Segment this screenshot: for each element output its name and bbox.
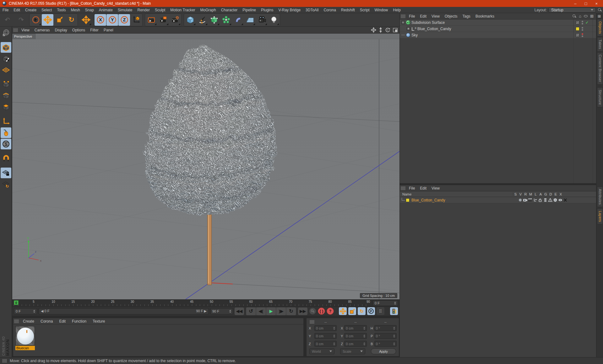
tab-attributes[interactable]: Attributes bbox=[597, 186, 603, 207]
tab-structure[interactable]: Structure bbox=[597, 87, 603, 107]
menu-corona[interactable]: Corona bbox=[321, 8, 338, 12]
om-menu-edit[interactable]: Edit bbox=[417, 14, 429, 19]
expander-icon[interactable]: + bbox=[407, 27, 410, 30]
material-name[interactable]: Bluecan bbox=[15, 346, 35, 350]
menu-create[interactable]: Create bbox=[23, 8, 39, 12]
lm-menu-view[interactable]: View bbox=[429, 186, 442, 190]
vp-menu-display[interactable]: Display bbox=[52, 28, 69, 32]
layer-color-chip[interactable] bbox=[406, 198, 410, 202]
menu-snap[interactable]: Snap bbox=[83, 8, 96, 12]
tab-takes[interactable]: Takes bbox=[597, 37, 603, 52]
layer-color-chip[interactable] bbox=[576, 33, 579, 37]
mm-menu-function[interactable]: Function bbox=[69, 319, 90, 324]
size-z-field[interactable]: 0 cm bbox=[344, 341, 367, 347]
minimize-button[interactable]: – bbox=[574, 1, 576, 6]
vp-menu-filter[interactable]: Filter bbox=[88, 28, 101, 32]
rotate-view-icon[interactable] bbox=[385, 28, 390, 32]
rotation-h-field[interactable]: 0 ° bbox=[374, 325, 397, 331]
cotton-candy-model[interactable] bbox=[143, 41, 281, 219]
play-button[interactable]: ▶ bbox=[266, 308, 276, 315]
om-eye-icon[interactable] bbox=[584, 15, 588, 17]
menu-motion-tracker[interactable]: Motion Tracker bbox=[168, 8, 198, 12]
play-backwards-button[interactable]: ↺ bbox=[246, 308, 256, 315]
render-to-picture-viewer-button[interactable] bbox=[157, 14, 169, 26]
om-menu-tags[interactable]: Tags bbox=[460, 14, 473, 19]
lock-y-axis-button[interactable]: Y bbox=[106, 14, 118, 26]
menu-select[interactable]: Select bbox=[39, 8, 54, 12]
light-button[interactable] bbox=[268, 14, 280, 26]
previous-key-button[interactable]: ◀( bbox=[256, 308, 266, 315]
mm-menu-create[interactable]: Create bbox=[20, 319, 37, 324]
lock-workplane-button[interactable] bbox=[1, 168, 11, 178]
menu-mograph[interactable]: MoGraph bbox=[198, 8, 219, 12]
om-menu-view[interactable]: View bbox=[429, 14, 442, 19]
coordinate-system-button[interactable] bbox=[130, 14, 142, 26]
model-mode-button[interactable] bbox=[1, 42, 11, 53]
coord-mode-dropdown[interactable]: Scale bbox=[340, 348, 365, 354]
points-mode-button[interactable] bbox=[1, 79, 11, 90]
texture-mode-button[interactable] bbox=[1, 53, 11, 64]
subdivision-surface-generator-button[interactable] bbox=[208, 14, 220, 26]
visibility-dots[interactable] bbox=[582, 33, 583, 37]
camera-label[interactable]: Perspective bbox=[12, 34, 35, 39]
frame-spinner[interactable] bbox=[394, 302, 396, 305]
timeline-track[interactable]: 0 5 10 15 20 25 30 35 40 45 50 55 60 65 … bbox=[14, 300, 370, 306]
view-toggle-icon[interactable] bbox=[523, 198, 528, 202]
lock-toggle-icon[interactable] bbox=[538, 198, 543, 202]
polygons-mode-button[interactable] bbox=[1, 102, 11, 112]
menu-simulate[interactable]: Simulate bbox=[115, 8, 135, 12]
menu-window[interactable]: Window bbox=[372, 8, 391, 12]
zoom-view-icon[interactable] bbox=[379, 28, 383, 32]
last-used-tool[interactable] bbox=[80, 14, 92, 26]
generators-toggle-icon[interactable] bbox=[548, 198, 553, 202]
rotation-b-field[interactable]: 0 ° bbox=[374, 341, 397, 347]
panel-grip[interactable] bbox=[401, 14, 405, 18]
menu-script[interactable]: Script bbox=[357, 8, 372, 12]
move-tool[interactable] bbox=[42, 14, 53, 26]
play-loop-button[interactable]: ↻ bbox=[286, 308, 296, 315]
visibility-dots[interactable] bbox=[582, 27, 583, 31]
om-add-panel-icon[interactable]: ⊞ bbox=[590, 14, 594, 19]
go-to-start-button[interactable]: ◀◀ bbox=[235, 308, 244, 315]
tab-content-browser[interactable]: Content Browser bbox=[597, 52, 603, 85]
layer-row-blue-cotton-candy[interactable]: Blue_Cotton_Candy bbox=[400, 197, 596, 203]
key-pla-toggle[interactable]: ⠿ bbox=[377, 307, 384, 315]
spline-pen-tool[interactable] bbox=[196, 14, 208, 26]
menu-animate[interactable]: Animate bbox=[96, 8, 115, 12]
panel-detach-icon[interactable]: ⊞ bbox=[598, 14, 601, 19]
redo-button[interactable]: ↷ bbox=[15, 14, 27, 26]
make-editable-button[interactable] bbox=[1, 28, 11, 38]
lm-menu-file[interactable]: File bbox=[406, 186, 417, 190]
current-frame-field[interactable]: 0 F bbox=[373, 300, 398, 306]
live-selection-tool[interactable] bbox=[30, 14, 41, 26]
menu-character[interactable]: Character bbox=[219, 8, 240, 12]
keyframe-selection-button[interactable] bbox=[390, 307, 398, 315]
toggle-view-layout-icon[interactable] bbox=[393, 28, 398, 32]
vp-menu-view[interactable]: View bbox=[19, 28, 32, 32]
material-item[interactable]: Bluecan bbox=[15, 326, 35, 350]
lock-x-axis-button[interactable]: X bbox=[95, 14, 106, 26]
rotation-p-field[interactable]: 0 ° bbox=[374, 333, 397, 339]
panel-grip[interactable] bbox=[14, 319, 19, 323]
menu-help[interactable]: Help bbox=[390, 8, 403, 12]
panel-grip[interactable] bbox=[310, 320, 314, 324]
tweak-mode-button[interactable] bbox=[1, 127, 11, 138]
pan-view-icon[interactable] bbox=[371, 28, 376, 32]
render-view-button[interactable] bbox=[145, 14, 157, 26]
key-scale-toggle[interactable] bbox=[348, 307, 356, 315]
menu-3dtoall[interactable]: 3DToAll bbox=[303, 8, 321, 12]
xref-toggle-icon[interactable] bbox=[563, 198, 568, 202]
om-menu-file[interactable]: File bbox=[406, 14, 417, 19]
next-key-button[interactable]: )▶ bbox=[276, 308, 286, 315]
rotate-tool[interactable]: ↻ bbox=[66, 14, 77, 26]
layout-dropdown[interactable]: Startup bbox=[549, 8, 596, 13]
lock-z-axis-button[interactable]: Z bbox=[118, 14, 130, 26]
menu-redshift[interactable]: Redshift bbox=[339, 8, 357, 12]
go-to-end-button[interactable]: ▶▶ bbox=[298, 308, 307, 315]
position-y-field[interactable]: 0 cm bbox=[314, 333, 337, 339]
tab-layers[interactable]: Layers bbox=[597, 208, 603, 224]
tab-objects[interactable]: Objects bbox=[597, 19, 603, 36]
add-cube-primitive-button[interactable] bbox=[184, 14, 196, 26]
vp-menu-cameras[interactable]: Cameras bbox=[32, 28, 52, 32]
position-z-field[interactable]: 0 cm bbox=[314, 341, 337, 347]
